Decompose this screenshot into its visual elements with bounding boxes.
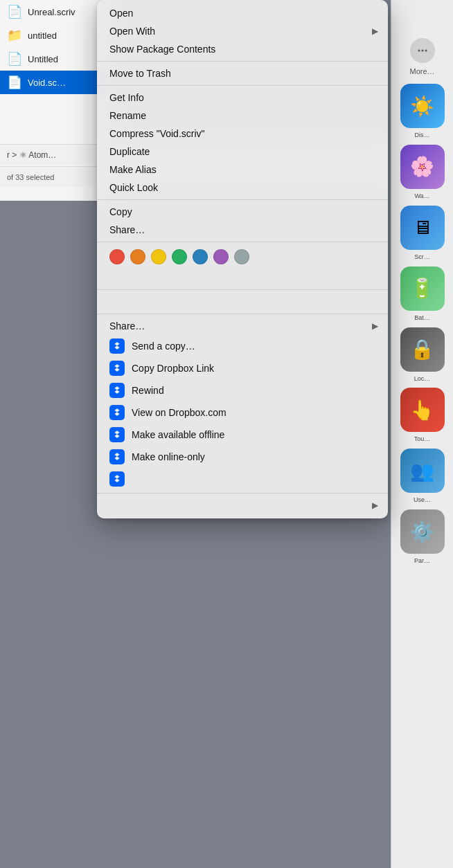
menu-separator	[97, 289, 388, 290]
file-name: Void.sc…	[28, 78, 66, 88]
menu-item-dropbox-link[interactable]: Rewind	[97, 379, 388, 401]
menu-item-dropbox-view[interactable]: Make available offline	[97, 424, 388, 446]
sidebar-icon-prefs[interactable]: ⚙️	[400, 509, 445, 554]
color-dot-blue[interactable]	[193, 249, 208, 264]
menu-item-label: Quick Look	[109, 182, 158, 193]
menu-item-label: Rewind	[132, 385, 164, 396]
menu-item-label: Make Alias	[109, 164, 157, 175]
menu-item-dropbox-send[interactable]: Copy Dropbox Link	[97, 357, 388, 379]
menu-item-services[interactable]: ▶	[97, 496, 388, 514]
file-item[interactable]: 📁 untitled	[0, 24, 110, 47]
right-panel: More… ☀️ Dis… 🌸 Wa… 🖥 Scr… 🔋 Bat… 🔒 Loc……	[391, 0, 453, 868]
sidebar-icon-wallpaper[interactable]: 🌸	[400, 145, 445, 189]
sidebar-icon-label-touch: Tou…	[398, 436, 447, 443]
color-tags-row	[97, 245, 388, 269]
sidebar-icon-label-lock: Loc…	[398, 376, 447, 383]
file-icon: 📄	[7, 51, 22, 66]
menu-item-tags[interactable]	[97, 269, 388, 287]
sidebar-icon-label-battery: Bat…	[398, 315, 447, 322]
menu-item-label: Move to Trash	[109, 68, 171, 79]
dropbox-icon	[109, 338, 125, 354]
menu-item-get-info[interactable]: Get Info	[97, 89, 388, 107]
menu-item-label: Compress "Void.scriv"	[109, 128, 205, 139]
menu-item-label: Copy	[109, 206, 132, 217]
sidebar-icon-screensaver[interactable]: 🖥	[400, 206, 445, 250]
menu-item-share[interactable]: Share…	[97, 221, 388, 239]
menu-separator	[97, 85, 388, 86]
sidebar-icon-label-prefs: Par…	[398, 558, 447, 565]
menu-item-quick-look[interactable]: Quick Look	[97, 179, 388, 197]
menu-item-copy[interactable]: Copy	[97, 203, 388, 221]
svg-point-1	[421, 50, 423, 52]
menu-item-label: View on Dropbox.com	[132, 407, 226, 418]
menu-item-label: Make available offline	[132, 429, 224, 440]
menu-item-dropbox-share[interactable]: Send a copy…	[97, 335, 388, 357]
dropbox-icon	[109, 471, 125, 487]
color-dot-orange[interactable]	[130, 249, 145, 264]
menu-item-show-preview[interactable]	[97, 293, 388, 311]
file-name: Untitled	[28, 54, 58, 64]
menu-item-label: Copy Dropbox Link	[132, 363, 214, 374]
chevron-right-icon: ▶	[372, 321, 378, 331]
color-dot-gray[interactable]	[234, 249, 249, 264]
menu-item-label: Make online-only	[132, 451, 205, 462]
sidebar-icon-label-wallpaper: Wa…	[398, 193, 447, 200]
menu-separator	[97, 199, 388, 200]
more-button[interactable]	[410, 38, 435, 63]
dropbox-icon	[109, 427, 125, 442]
dropbox-icon	[109, 361, 125, 376]
menu-item-make-alias[interactable]: Make Alias	[97, 161, 388, 179]
sidebar-icon-display[interactable]: ☀️	[400, 84, 445, 128]
dropbox-icon	[109, 449, 125, 464]
menu-item-quick-actions[interactable]: Share… ▶	[97, 317, 388, 335]
sidebar-icon-lock[interactable]: 🔒	[400, 327, 445, 372]
menu-separator	[97, 493, 388, 494]
menu-item-label: Open With	[109, 26, 155, 37]
menu-item-dropbox-offline[interactable]: Make online-only	[97, 446, 388, 468]
menu-separator	[97, 314, 388, 314]
file-icon: 📄	[7, 4, 22, 19]
context-menu: Open Open With ▶ Show Package Contents M…	[97, 0, 388, 518]
menu-item-move-trash[interactable]: Move to Trash	[97, 64, 388, 82]
dropbox-icon	[109, 405, 125, 420]
sidebar-icon-label-screen: Scr…	[398, 254, 447, 261]
menu-item-rename[interactable]: Rename	[97, 107, 388, 125]
menu-item-label: Open	[109, 8, 133, 19]
file-name: untitled	[28, 30, 57, 41]
file-name: Unreal.scriv	[28, 7, 76, 17]
status-text: of 33 selected	[7, 173, 55, 181]
menu-item-label: Show Package Contents	[109, 44, 215, 55]
sidebar-icon-touch[interactable]: 👆	[400, 388, 445, 432]
menu-item-compress[interactable]: Compress "Void.scriv"	[97, 125, 388, 143]
color-dot-yellow[interactable]	[151, 249, 166, 264]
menu-item-open-with[interactable]: Open With ▶	[97, 22, 388, 40]
menu-separator	[97, 61, 388, 62]
menu-item-label: Get Info	[109, 92, 144, 103]
chevron-right-icon: ▶	[372, 500, 378, 510]
color-dot-red[interactable]	[109, 249, 125, 264]
svg-point-2	[425, 50, 427, 52]
sidebar-icon-battery[interactable]: 🔋	[400, 266, 445, 311]
dropbox-icon	[109, 383, 125, 398]
color-dot-green[interactable]	[172, 249, 187, 264]
sidebar-icon-users[interactable]: 👥	[400, 449, 445, 493]
chevron-right-icon: ▶	[372, 26, 378, 36]
file-item[interactable]: 📄 Unreal.scriv	[0, 0, 110, 24]
file-item-selected[interactable]: 📄 Void.sc…	[0, 71, 110, 94]
file-item[interactable]: 📄 Untitled	[0, 47, 110, 71]
menu-item-label: Share…	[109, 320, 145, 332]
right-panel-header: More… ☀️ Dis… 🌸 Wa… 🖥 Scr… 🔋 Bat… 🔒 Loc……	[391, 0, 453, 568]
menu-item-show-package[interactable]: Show Package Contents	[97, 40, 388, 58]
folder-icon: 📁	[7, 28, 22, 43]
sidebar-icon-label-display: Dis…	[398, 132, 447, 139]
menu-item-open[interactable]: Open	[97, 4, 388, 22]
menu-item-duplicate[interactable]: Duplicate	[97, 143, 388, 161]
menu-item-label: Rename	[109, 110, 146, 121]
menu-item-label: Share…	[109, 224, 145, 235]
svg-point-0	[418, 50, 420, 52]
menu-item-label: Duplicate	[109, 146, 150, 157]
menu-item-dropbox-online[interactable]	[97, 468, 388, 490]
color-dot-purple[interactable]	[213, 249, 229, 264]
menu-item-dropbox-rewind[interactable]: View on Dropbox.com	[97, 401, 388, 424]
menu-item-label: Send a copy…	[132, 341, 195, 352]
